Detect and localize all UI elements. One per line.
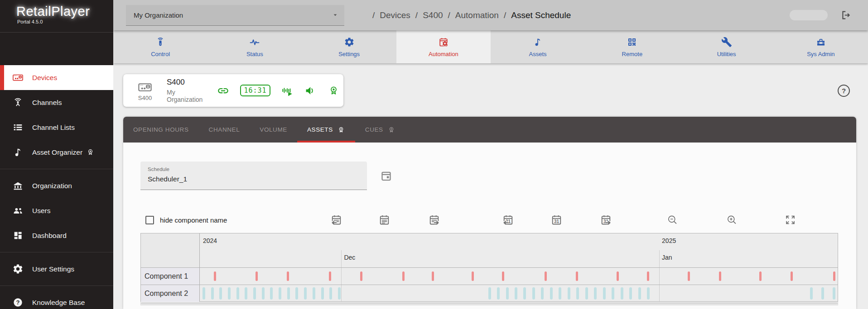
timeline-event-tick[interactable] — [647, 287, 650, 299]
section-tab-cues[interactable]: CUES — [355, 117, 405, 143]
timeline-event-tick[interactable] — [304, 287, 307, 299]
sidebar-item-user-settings[interactable]: User Settings — [0, 257, 113, 281]
timeline-event-tick[interactable] — [329, 287, 332, 299]
tab-automation[interactable]: Automation — [396, 30, 491, 63]
timeline-row-track[interactable] — [200, 285, 838, 302]
fullscreen-button[interactable] — [784, 214, 796, 226]
timeline-event-tick[interactable] — [585, 287, 588, 299]
organization-selector[interactable]: My Organization — [126, 5, 344, 26]
timeline-event-tick[interactable] — [612, 287, 614, 299]
next-month-button[interactable]: 31 — [600, 214, 612, 226]
timeline-event-tick[interactable] — [559, 287, 561, 299]
timeline-event-tick[interactable] — [629, 287, 632, 299]
timeline-event-tick[interactable] — [833, 287, 835, 299]
timeline-event-tick[interactable] — [279, 287, 281, 299]
timeline-event-tick[interactable] — [219, 287, 222, 299]
timeline-event-tick[interactable] — [329, 271, 331, 281]
timeline-event-tick[interactable] — [402, 271, 405, 281]
timeline-event-tick[interactable] — [594, 287, 597, 299]
timeline-event-tick[interactable] — [270, 287, 273, 299]
timeline-scrollbar-thumb[interactable] — [141, 302, 838, 304]
tab-control[interactable]: Control — [113, 30, 207, 63]
tab-status[interactable]: Status — [207, 30, 302, 63]
tab-settings[interactable]: Settings — [302, 30, 396, 63]
section-tab-opening-hours[interactable]: OPENING HOURS — [123, 117, 199, 143]
timeline-event-tick[interactable] — [253, 287, 256, 299]
timeline-event-tick[interactable] — [576, 287, 579, 299]
timeline-event-tick[interactable] — [647, 271, 649, 281]
timeline-event-tick[interactable] — [488, 287, 491, 299]
breadcrumb-item-automation[interactable]: Automation — [455, 10, 499, 20]
timeline-event-tick[interactable] — [287, 287, 290, 299]
section-tab-assets[interactable]: ASSETS — [297, 117, 355, 143]
tab-remote[interactable]: Remote — [585, 30, 679, 63]
timeline-scrollbar[interactable] — [140, 302, 838, 305]
timeline-event-tick[interactable] — [256, 271, 258, 281]
timeline-event-tick[interactable] — [214, 271, 216, 281]
section-tab-volume[interactable]: VOLUME — [250, 117, 297, 143]
timeline-event-tick[interactable] — [203, 287, 205, 299]
timeline-event-tick[interactable] — [688, 271, 690, 281]
timeline-event-tick[interactable] — [321, 287, 324, 299]
timeline-event-tick[interactable] — [810, 287, 813, 299]
timeline-event-tick[interactable] — [523, 287, 526, 299]
next-day-button[interactable] — [428, 214, 440, 226]
sidebar-item-channel-lists[interactable]: Channel Lists — [0, 115, 113, 140]
sidebar-item-dashboard[interactable]: Dashboard — [0, 223, 113, 248]
timeline-event-tick[interactable] — [228, 287, 231, 299]
timeline-event-tick[interactable] — [791, 271, 793, 281]
previous-day-button[interactable] — [330, 214, 342, 226]
timeline-event-tick[interactable] — [360, 271, 362, 281]
timeline-event-tick[interactable] — [532, 287, 535, 299]
timeline-event-tick[interactable] — [576, 271, 578, 281]
timeline-event-tick[interactable] — [432, 271, 434, 281]
timeline-event-tick[interactable] — [568, 287, 570, 299]
section-tab-channel[interactable]: CHANNEL — [199, 117, 250, 143]
help-button[interactable]: ? — [838, 85, 850, 97]
timeline-event-tick[interactable] — [515, 287, 517, 299]
hide-component-name-checkbox[interactable] — [145, 216, 154, 224]
timeline-event-tick[interactable] — [719, 271, 721, 281]
timeline-event-tick[interactable] — [236, 287, 239, 299]
breadcrumb-item-asset-schedule[interactable]: Asset Schedule — [511, 10, 571, 20]
timeline-event-tick[interactable] — [821, 287, 824, 299]
timeline-event-tick[interactable] — [295, 287, 298, 299]
tab-utilities[interactable]: Utilities — [680, 30, 774, 63]
tab-assets[interactable]: Assets — [491, 30, 585, 63]
timeline-event-tick[interactable] — [245, 287, 247, 299]
timeline-event-tick[interactable] — [502, 271, 504, 281]
timeline-event-tick[interactable] — [833, 271, 835, 281]
timeline-event-tick[interactable] — [497, 287, 500, 299]
sidebar-item-asset-organizer[interactable]: Asset Organizer — [0, 140, 113, 165]
previous-month-button[interactable]: 31 — [502, 214, 514, 226]
timeline-event-tick[interactable] — [506, 287, 509, 299]
breadcrumb-item-s400[interactable]: S400 — [423, 10, 443, 20]
timeline-event-tick[interactable] — [211, 287, 214, 299]
timeline-event-tick[interactable] — [603, 287, 606, 299]
timeline-event-tick[interactable] — [287, 271, 289, 281]
timeline-event-tick[interactable] — [550, 287, 553, 299]
zoom-in-button[interactable] — [726, 214, 738, 226]
sidebar-item-users[interactable]: Users — [0, 198, 113, 223]
logout-icon[interactable] — [840, 10, 852, 21]
current-month-button[interactable]: 31 — [550, 214, 563, 226]
timeline-row-track[interactable] — [200, 268, 838, 285]
timeline-event-tick[interactable] — [313, 287, 315, 299]
timeline-event-tick[interactable] — [541, 287, 544, 299]
sidebar-item-channels[interactable]: Channels — [0, 90, 113, 115]
timeline-event-tick[interactable] — [338, 287, 341, 299]
timeline-event-tick[interactable] — [617, 271, 619, 281]
calendar-picker-icon[interactable] — [380, 170, 392, 182]
timeline-event-tick[interactable] — [638, 287, 641, 299]
timeline-event-tick[interactable] — [621, 287, 623, 299]
timeline-event-tick[interactable] — [759, 271, 762, 281]
zoom-out-button[interactable] — [666, 214, 679, 226]
sidebar-item-devices[interactable]: Devices — [0, 65, 113, 90]
schedule-field[interactable]: Schedule Scheduler_1 — [140, 162, 367, 190]
breadcrumb-item-devices[interactable]: Devices — [380, 10, 410, 20]
sidebar-item-knowledge-base[interactable]: ?Knowledge Base — [0, 290, 113, 309]
timeline-event-tick[interactable] — [262, 287, 265, 299]
tab-sys-admin[interactable]: Sys Admin — [774, 30, 868, 63]
timeline-event-tick[interactable] — [472, 271, 474, 281]
current-day-button[interactable] — [378, 214, 391, 226]
